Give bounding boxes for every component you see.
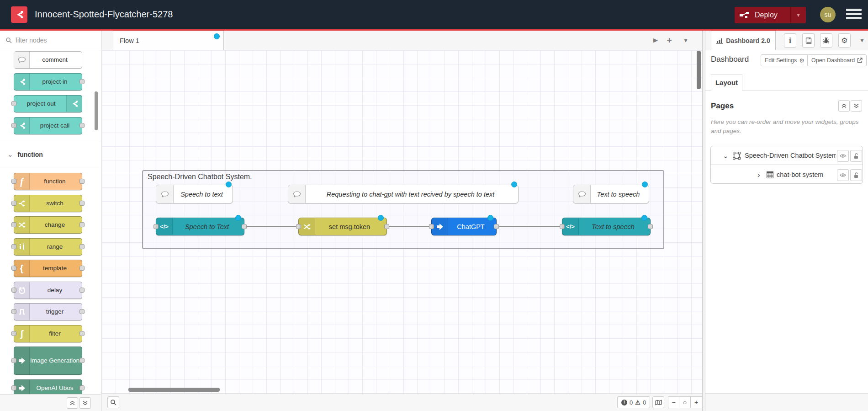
pages-description: Here you can re-order and move your widg…	[711, 117, 863, 135]
tab-flow-1[interactable]: Flow 1	[113, 31, 224, 50]
flow-list-button[interactable]: ▶	[649, 31, 662, 50]
comment-node-speech-to-text[interactable]: Speech to text	[156, 185, 233, 203]
switch-icon	[14, 195, 30, 212]
zoom-in-button[interactable]: +	[691, 396, 702, 408]
trigger-pulse-icon	[14, 304, 30, 320]
palette-node-change[interactable]: change	[14, 216, 82, 234]
palette-node-comment[interactable]: comment	[14, 51, 82, 69]
node-text-to-speech[interactable]: </> Text to speech	[562, 218, 651, 235]
node-set-msg-token[interactable]: set msg.token	[298, 218, 387, 235]
output-port[interactable]	[494, 224, 499, 229]
sidebar-resize-grip[interactable]	[702, 31, 705, 411]
chevron-down-icon[interactable]: ⌄	[723, 146, 729, 165]
palette-node-label: trigger	[30, 304, 80, 320]
page-visibility-button[interactable]	[837, 150, 849, 162]
palette-node-delay[interactable]: delay	[14, 282, 82, 299]
unlock-icon	[853, 153, 859, 159]
deploy-button[interactable]: Deploy ▾	[735, 7, 806, 23]
arrow-icon	[432, 218, 448, 235]
flow-canvas[interactable]: Speech-Driven Chatbot System. Speech to …	[102, 50, 702, 393]
filter-nodes-input[interactable]	[16, 34, 93, 46]
main-menu-button[interactable]	[846, 9, 862, 21]
arrow-icon	[14, 380, 30, 394]
page-lock-button[interactable]	[850, 150, 862, 162]
output-port[interactable]	[242, 224, 247, 229]
palette-node-filter[interactable]: ʃ filter	[14, 325, 82, 342]
palette-node-label: range	[30, 239, 80, 255]
tab-help[interactable]	[802, 33, 815, 48]
palette-node-project-out[interactable]: project out	[14, 95, 82, 112]
tab-layout[interactable]: Layout	[711, 74, 742, 91]
palette-node-project-in[interactable]: project in	[14, 73, 82, 91]
delay-timer-icon	[14, 282, 30, 299]
collapse-categories-button[interactable]	[67, 397, 78, 409]
open-dashboard-button[interactable]: Open Dashboard	[807, 54, 867, 66]
changed-indicator	[642, 181, 648, 187]
user-avatar[interactable]: su	[820, 7, 836, 22]
expand-categories-button[interactable]	[79, 397, 91, 409]
comment-node-requesting-chatgpt[interactable]: Requesting to chat-gpt with text recived…	[288, 185, 519, 203]
zoom-reset-button[interactable]: ○	[679, 396, 691, 408]
palette-node-label: Image Generation	[30, 347, 80, 374]
tree-row-page[interactable]: ⌄ Speech-Driven Chatbot System	[711, 146, 863, 165]
error-warning-counter[interactable]: ! 0 ⚠ 0	[617, 396, 650, 408]
palette-node-label: switch	[30, 195, 80, 212]
palette-node-label: OpenAI Ubos	[30, 380, 80, 394]
range-icon	[14, 239, 30, 255]
palette-node-openai-ubos[interactable]: OpenAI Ubos	[14, 379, 82, 394]
tab-info[interactable]: i	[784, 33, 796, 48]
zoom-out-button[interactable]: −	[668, 396, 679, 408]
sidebar-menu-caret[interactable]: ▾	[856, 31, 868, 50]
palette-node-label: comment	[30, 52, 80, 68]
palette-scrollbar[interactable]	[95, 91, 98, 130]
output-port[interactable]	[384, 224, 389, 229]
tab-dashboard-2[interactable]: Dashboard 2.0	[711, 31, 776, 50]
node-chatgpt[interactable]: ChatGPT	[431, 218, 497, 235]
palette-node-label: filter	[30, 326, 80, 342]
page-frame-icon	[733, 152, 741, 160]
bug-icon	[823, 37, 830, 44]
palette-node-template[interactable]: { template	[14, 260, 82, 277]
page-label: Speech-Driven Chatbot System	[745, 146, 836, 165]
unlock-icon	[853, 172, 859, 178]
node-speech-to-text[interactable]: </> Speech to Text	[156, 218, 244, 235]
palette-category-function[interactable]: ⌄ function	[0, 141, 101, 168]
expand-all-pages-button[interactable]	[851, 100, 862, 112]
tab-config-nodes[interactable]: ⚙	[838, 33, 851, 48]
chevron-right-icon[interactable]: ›	[757, 165, 760, 184]
comment-bubble-icon	[156, 185, 174, 203]
comment-bubble-icon	[573, 185, 591, 203]
node-label: set msg.token	[315, 218, 384, 235]
canvas-vertical-scrollbar[interactable]	[697, 51, 701, 89]
double-chevron-down-icon	[854, 103, 859, 108]
edit-settings-button[interactable]: Edit Settings ⚙	[761, 54, 809, 66]
palette-scroll-area[interactable]: comment project in project out project c…	[0, 50, 101, 394]
canvas-horizontal-scrollbar[interactable]	[128, 388, 220, 392]
tab-debug[interactable]	[820, 33, 832, 48]
search-flows-button[interactable]	[107, 396, 119, 408]
output-port	[79, 79, 85, 84]
add-flow-button[interactable]: +	[663, 31, 676, 50]
output-port	[79, 222, 85, 227]
tree-row-group[interactable]: › chat-bot system	[711, 165, 863, 184]
comment-node-text-to-speech[interactable]: Text to speech	[573, 185, 649, 203]
collapse-all-pages-button[interactable]	[838, 100, 850, 112]
flow-menu-caret[interactable]: ▾	[679, 31, 692, 50]
group-visibility-button[interactable]	[837, 169, 849, 181]
group-lock-button[interactable]	[850, 169, 862, 181]
palette-node-project-call[interactable]: project call	[14, 117, 82, 134]
palette-node-image-generation[interactable]: Image Generation	[14, 347, 82, 375]
palette-search-box[interactable]	[0, 31, 101, 50]
navigator-map-button[interactable]	[652, 396, 664, 408]
palette-node-range[interactable]: range	[14, 238, 82, 256]
double-chevron-up-icon	[70, 400, 75, 406]
palette-node-function[interactable]: f function	[14, 173, 82, 190]
deploy-options-caret[interactable]: ▾	[790, 7, 806, 23]
code-icon: </>	[562, 218, 579, 235]
palette-node-trigger[interactable]: trigger	[14, 303, 82, 320]
dashboard-tabs-row: Layout	[705, 69, 868, 91]
output-port[interactable]	[648, 224, 653, 229]
palette-node-switch[interactable]: switch	[14, 195, 82, 212]
node-group[interactable]: Speech-Driven Chatbot System.	[142, 170, 664, 249]
group-label: chat-bot system	[777, 165, 836, 184]
